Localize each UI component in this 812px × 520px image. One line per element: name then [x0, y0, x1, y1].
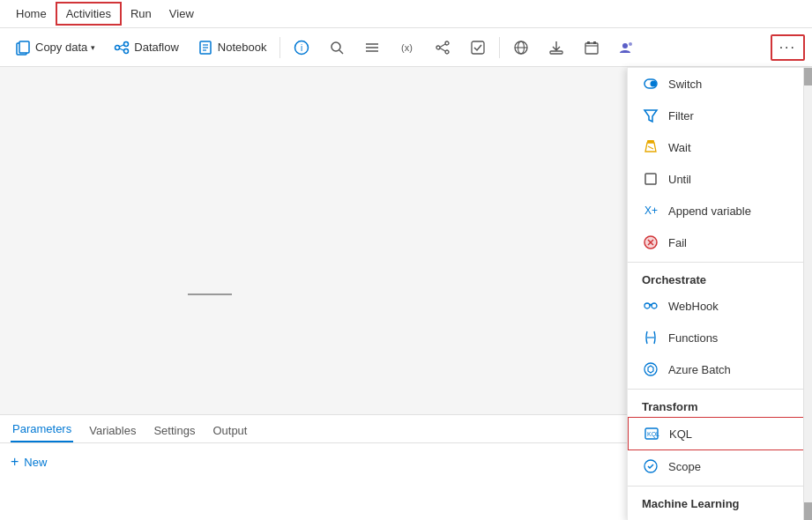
kql-label: KQL	[669, 427, 692, 441]
svg-marker-36	[644, 110, 657, 122]
canvas-area: Parameters Variables Settings Output + N…	[0, 67, 627, 520]
webhook-icon	[642, 297, 659, 315]
svg-rect-30	[587, 41, 590, 44]
variable-button[interactable]: (x)	[391, 35, 423, 60]
search-button[interactable]	[321, 35, 353, 60]
menu-view[interactable]: View	[160, 4, 203, 24]
svg-point-19	[445, 41, 449, 45]
svg-rect-28	[585, 43, 598, 54]
menu-bar: Home Activities Run View	[0, 0, 812, 28]
svg-line-21	[440, 44, 445, 48]
svg-line-38	[648, 146, 653, 149]
until-label: Until	[668, 173, 691, 186]
search-icon	[328, 39, 346, 56]
scrollbar-thumb-bottom[interactable]	[804, 502, 812, 520]
pipeline-list-button[interactable]	[356, 35, 388, 60]
dropdown-scope[interactable]: Scope	[628, 450, 812, 482]
connect-button[interactable]	[427, 35, 458, 60]
scroll-indicator	[188, 293, 232, 295]
dataflow-icon	[113, 39, 130, 56]
scope-icon	[642, 457, 659, 475]
info-icon: i	[293, 39, 310, 56]
dropdown-kql[interactable]: KQL KQL	[628, 417, 812, 450]
bottom-content: + New	[0, 443, 627, 520]
dropdown-fail[interactable]: Fail	[628, 227, 812, 258]
globe-button[interactable]	[505, 35, 537, 60]
dropdown-azure-ml[interactable]: Azure Machine Learning	[628, 514, 812, 520]
functions-label: Functions	[668, 331, 718, 345]
scrollbar[interactable]	[803, 68, 812, 520]
notebook-icon	[197, 39, 214, 56]
validate-button[interactable]	[462, 35, 494, 60]
svg-text:X+: X+	[644, 204, 658, 217]
validate-icon	[469, 39, 487, 56]
svg-point-4	[124, 48, 129, 53]
dataflow-button[interactable]: Dataflow	[106, 35, 186, 60]
notebook-label: Notebook	[218, 41, 267, 54]
bottom-tabs: Parameters Variables Settings Output	[0, 415, 627, 443]
append-variable-icon: X+	[642, 202, 659, 219]
ml-header: Machine Learning	[628, 490, 812, 514]
canvas-content	[0, 67, 627, 414]
variable-icon: (x)	[399, 39, 416, 56]
svg-rect-27	[550, 51, 562, 54]
svg-text:i: i	[300, 43, 302, 53]
dropdown-switch[interactable]: Switch	[628, 68, 812, 100]
copy-data-label: Copy data	[35, 41, 87, 54]
wait-icon	[642, 138, 659, 156]
dropdown-azure-batch[interactable]: Azure Batch	[628, 353, 812, 385]
azure-batch-label: Azure Batch	[668, 363, 731, 376]
dropdown-wait[interactable]: Wait	[628, 131, 812, 163]
svg-point-2	[115, 45, 120, 49]
menu-run[interactable]: Run	[122, 4, 160, 24]
append-variable-label: Append variable	[668, 204, 751, 218]
new-button[interactable]: + New	[11, 454, 616, 470]
dropdown-scrollable[interactable]: Switch Filter Wait Unti	[628, 68, 812, 520]
scrollbar-thumb-top[interactable]	[804, 68, 812, 85]
svg-point-45	[644, 303, 650, 308]
copy-data-button[interactable]: Copy data ▾	[7, 35, 102, 60]
svg-text:KQL: KQL	[647, 431, 659, 438]
tab-settings[interactable]: Settings	[152, 419, 197, 442]
svg-point-20	[445, 50, 449, 54]
info-button[interactable]: i	[286, 35, 317, 60]
fail-icon	[642, 234, 659, 251]
divider-transform	[628, 389, 812, 390]
export1-button[interactable]	[540, 35, 572, 60]
menu-home[interactable]: Home	[7, 4, 56, 24]
dropdown-until[interactable]: Until	[628, 163, 812, 195]
notebook-button[interactable]: Notebook	[190, 35, 274, 60]
scope-label: Scope	[668, 460, 701, 473]
svg-point-33	[629, 42, 632, 46]
azure-batch-icon	[642, 360, 659, 378]
teams-button[interactable]	[611, 35, 643, 60]
dropdown-panel: Switch Filter Wait Unti	[627, 67, 812, 520]
svg-line-6	[120, 48, 124, 50]
dropdown-filter[interactable]: Filter	[628, 100, 812, 131]
plus-icon: +	[11, 454, 19, 470]
svg-point-13	[332, 42, 340, 51]
divider-orchestrate	[628, 262, 812, 263]
toolbar: Copy data ▾ Dataflow Notebook i (x)	[0, 28, 812, 67]
switch-icon	[642, 75, 659, 93]
switch-label: Switch	[668, 78, 702, 91]
dropdown-append-variable[interactable]: X+ Append variable	[628, 195, 812, 227]
export2-button[interactable]	[576, 35, 607, 60]
more-label: ···	[779, 40, 796, 56]
tab-output[interactable]: Output	[211, 419, 249, 442]
export1-icon	[548, 39, 565, 56]
svg-line-22	[440, 48, 445, 51]
pipeline-list-icon	[363, 39, 381, 56]
dropdown-functions[interactable]: Functions	[628, 322, 812, 353]
menu-activities[interactable]: Activities	[56, 2, 122, 26]
more-button[interactable]: ···	[771, 34, 805, 61]
orchestrate-header: Orchestrate	[628, 266, 812, 290]
tab-parameters[interactable]: Parameters	[11, 417, 73, 442]
connect-icon	[434, 39, 451, 56]
new-label: New	[24, 456, 47, 469]
tab-variables[interactable]: Variables	[87, 419, 138, 442]
dropdown-webhook[interactable]: WebHook	[628, 290, 812, 322]
svg-point-48	[644, 363, 657, 375]
bottom-panel: Parameters Variables Settings Output + N…	[0, 414, 627, 520]
toolbar-sep-1	[279, 37, 280, 58]
